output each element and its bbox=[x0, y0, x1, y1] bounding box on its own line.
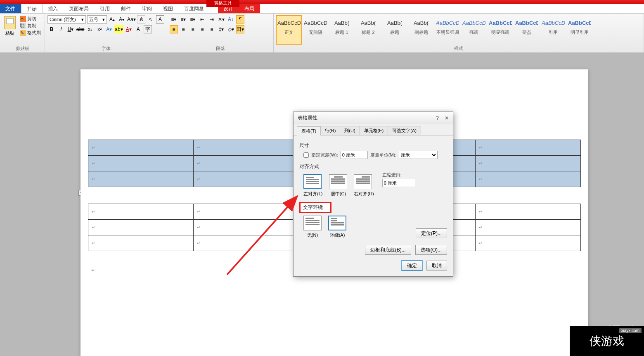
dialog-title: 表格属性 bbox=[298, 114, 317, 121]
tab-cell[interactable]: 单元格(E) bbox=[360, 126, 388, 135]
style-item[interactable]: AaBb(标题 2 bbox=[355, 15, 381, 45]
style-item[interactable]: AaBb(标题 1 bbox=[329, 15, 355, 45]
increase-indent-button[interactable]: ⇥ bbox=[208, 15, 216, 24]
char-border-button[interactable]: 字 bbox=[144, 25, 152, 33]
tab-row[interactable]: 行(R) bbox=[320, 126, 340, 135]
change-case-button[interactable]: Aa▾ bbox=[127, 15, 136, 24]
style-item[interactable]: AaBbCcDd明显强调 bbox=[488, 15, 513, 45]
close-button[interactable]: ✕ bbox=[445, 115, 449, 121]
wrap-none-option[interactable]: 无(N) bbox=[303, 216, 322, 238]
align-right-button[interactable]: ≡ bbox=[189, 25, 197, 33]
help-button[interactable]: ? bbox=[436, 115, 439, 121]
brush-icon: ✎ bbox=[20, 30, 26, 36]
options-button[interactable]: 选项(O)... bbox=[415, 245, 447, 255]
bold-button[interactable]: B bbox=[47, 25, 56, 33]
style-item[interactable]: AaBbCcDd引用 bbox=[540, 15, 566, 45]
tab-page-layout[interactable]: 页面布局 bbox=[64, 4, 95, 13]
table-properties-dialog: 表格属性 ? ✕ 表格(T) 行(R) 列(U) 单元格(E) 可选文字(A) … bbox=[293, 112, 453, 277]
font-color-button[interactable]: A▾ bbox=[125, 25, 133, 33]
multilevel-button[interactable]: ≡▾ bbox=[189, 15, 197, 24]
style-item[interactable]: AaBb(副标题 bbox=[408, 15, 434, 45]
underline-button[interactable]: U▾ bbox=[66, 25, 75, 33]
group-font: Calibri (西文)▾ 五号▾ A▴ A▾ Aa▾ A̷ ⺀ A B I U… bbox=[45, 14, 167, 52]
style-item[interactable]: AaBbCcDd要点 bbox=[514, 15, 540, 45]
cancel-button[interactable]: 取消 bbox=[426, 261, 447, 271]
shading-button[interactable]: ◇▾ bbox=[227, 25, 235, 33]
text-effects-button[interactable]: A▾ bbox=[105, 25, 113, 33]
tab-baidu[interactable]: 百度网盘 bbox=[179, 4, 210, 13]
line-spacing-button[interactable]: ‡▾ bbox=[217, 25, 225, 33]
align-center-option[interactable]: 居中(C) bbox=[329, 174, 347, 197]
style-item[interactable]: AaBb(标题 bbox=[382, 15, 407, 45]
font-family-combo[interactable]: Calibri (西文)▾ bbox=[47, 15, 86, 24]
decrease-indent-button[interactable]: ⇤ bbox=[198, 15, 206, 24]
ribbon: 粘贴 ✂剪切 ⿻复制 ✎格式刷 剪贴板 Calibri (西文)▾ 五号▾ A▴… bbox=[0, 14, 644, 53]
copy-button[interactable]: ⿻复制 bbox=[19, 22, 42, 29]
asian-layout-button[interactable]: ✕▾ bbox=[217, 15, 225, 24]
subscript-button[interactable]: x₂ bbox=[86, 25, 94, 33]
show-marks-button[interactable]: ¶ bbox=[236, 15, 244, 24]
tab-alt[interactable]: 可选文字(A) bbox=[388, 126, 421, 135]
align-center-button[interactable]: ≡ bbox=[179, 25, 187, 33]
ribbon-tabs: 文件 开始 插入 页面布局 引用 邮件 审阅 视图 百度网盘 设计 布局 bbox=[0, 4, 644, 14]
phonetic-button[interactable]: ⺀ bbox=[147, 15, 155, 24]
indent-input[interactable] bbox=[382, 179, 415, 187]
superscript-button[interactable]: x² bbox=[95, 25, 104, 33]
unit-select[interactable]: 厘米 bbox=[399, 151, 438, 159]
size-section-label: 尺寸 bbox=[299, 142, 447, 149]
position-button[interactable]: 定位(P)... bbox=[416, 228, 447, 238]
strike-button[interactable]: abc bbox=[76, 25, 85, 33]
wrap-section-label: 文字环绕 bbox=[299, 202, 331, 213]
style-gallery[interactable]: AaBbCcDd正文AaBbCcDd无间隔AaBb(标题 1AaBb(标题 2A… bbox=[276, 15, 641, 45]
scissors-icon: ✂ bbox=[20, 16, 26, 22]
italic-button[interactable]: I bbox=[57, 25, 65, 33]
wrap-around-option[interactable]: 环绕(A) bbox=[328, 216, 346, 238]
font-size-combo[interactable]: 五号▾ bbox=[87, 15, 107, 24]
enclose-button[interactable]: A bbox=[156, 15, 164, 24]
paste-icon bbox=[4, 16, 16, 29]
style-item[interactable]: AaBbCcDd无间隔 bbox=[303, 15, 328, 45]
cut-button[interactable]: ✂剪切 bbox=[19, 15, 42, 22]
borders-button[interactable]: 田▾ bbox=[236, 25, 244, 33]
borders-shading-button[interactable]: 边框和底纹(B)... bbox=[365, 245, 411, 255]
tab-file[interactable]: 文件 bbox=[0, 4, 21, 13]
style-item[interactable]: AaBbCcDd正文 bbox=[276, 15, 302, 45]
pref-width-input[interactable] bbox=[341, 151, 368, 159]
group-styles: AaBbCcDd正文AaBbCcDd无间隔AaBb(标题 1AaBb(标题 2A… bbox=[274, 14, 644, 52]
tab-view[interactable]: 视图 bbox=[158, 4, 179, 13]
highlight-button[interactable]: ab▾ bbox=[114, 25, 123, 33]
distribute-button[interactable]: ≡ bbox=[208, 25, 216, 33]
tab-col[interactable]: 列(U) bbox=[340, 126, 360, 135]
paste-button[interactable]: 粘贴 bbox=[2, 15, 17, 36]
justify-button[interactable]: ≡ bbox=[198, 25, 206, 33]
corner-brand: xiayx.com 侠游戏 bbox=[570, 326, 644, 356]
bullets-button[interactable]: ≡▾ bbox=[170, 15, 178, 24]
clear-format-button[interactable]: A̷ bbox=[137, 15, 145, 24]
align-right-option[interactable]: 右对齐(H) bbox=[354, 174, 374, 197]
tab-layout[interactable]: 布局 bbox=[239, 4, 260, 13]
style-item[interactable]: AaBbCcDd明显引用 bbox=[567, 15, 592, 45]
ok-button[interactable]: 确定 bbox=[402, 261, 422, 271]
align-left-option[interactable]: 左对齐(L) bbox=[303, 174, 322, 197]
numbering-button[interactable]: ≡▾ bbox=[179, 15, 187, 24]
tab-review[interactable]: 审阅 bbox=[137, 4, 158, 13]
group-clipboard: 粘贴 ✂剪切 ⿻复制 ✎格式刷 剪贴板 bbox=[0, 14, 45, 52]
format-painter-button[interactable]: ✎格式刷 bbox=[19, 29, 42, 36]
pref-width-checkbox[interactable] bbox=[303, 152, 309, 158]
tab-mail[interactable]: 邮件 bbox=[116, 4, 137, 13]
indent-label: 左缩进(I): bbox=[382, 172, 415, 178]
tab-references[interactable]: 引用 bbox=[95, 4, 116, 13]
tab-insert[interactable]: 插入 bbox=[43, 4, 64, 13]
tab-table[interactable]: 表格(T) bbox=[297, 126, 321, 135]
grow-font-button[interactable]: A▴ bbox=[108, 15, 116, 24]
style-item[interactable]: AaBbCcDd不明显强调 bbox=[435, 15, 460, 45]
context-tab: 表格工具 bbox=[206, 0, 239, 7]
sort-button[interactable]: A↓ bbox=[227, 15, 235, 24]
title-bar: 表格工具 bbox=[0, 0, 644, 4]
align-left-button[interactable]: ≡ bbox=[170, 25, 178, 33]
group-label: 剪贴板 bbox=[2, 45, 42, 52]
style-item[interactable]: AaBbCcDd强调 bbox=[461, 15, 487, 45]
tab-home[interactable]: 开始 bbox=[21, 4, 43, 13]
shrink-font-button[interactable]: A▾ bbox=[118, 15, 126, 24]
char-shading-button[interactable]: A bbox=[134, 25, 142, 33]
